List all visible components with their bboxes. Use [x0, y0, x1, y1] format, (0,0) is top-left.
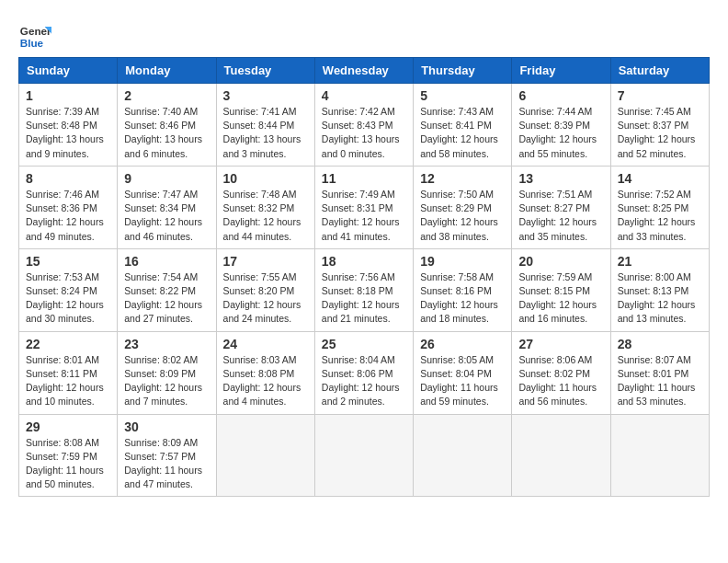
day-number: 10 — [223, 171, 308, 186]
day-number: 5 — [420, 88, 505, 103]
day-info: Sunrise: 7:39 AM Sunset: 8:48 PM Dayligh… — [26, 105, 110, 161]
calendar-cell: 28 Sunrise: 8:07 AM Sunset: 8:01 PM Dayl… — [610, 331, 709, 414]
calendar-week-row: 1 Sunrise: 7:39 AM Sunset: 8:48 PM Dayli… — [19, 84, 710, 167]
col-header-saturday: Saturday — [610, 58, 709, 84]
calendar-cell: 13 Sunrise: 7:51 AM Sunset: 8:27 PM Dayl… — [512, 166, 610, 248]
day-number: 18 — [322, 254, 406, 269]
day-info: Sunrise: 8:09 AM Sunset: 7:57 PM Dayligh… — [124, 436, 209, 492]
calendar-cell: 14 Sunrise: 7:52 AM Sunset: 8:25 PM Dayl… — [610, 166, 709, 248]
calendar-cell: 12 Sunrise: 7:50 AM Sunset: 8:29 PM Dayl… — [414, 166, 512, 248]
day-number: 7 — [618, 88, 702, 103]
calendar-cell: 23 Sunrise: 8:02 AM Sunset: 8:09 PM Dayl… — [118, 331, 216, 414]
day-info: Sunrise: 7:49 AM Sunset: 8:31 PM Dayligh… — [322, 188, 406, 244]
day-number: 2 — [124, 88, 209, 103]
day-info: Sunrise: 8:08 AM Sunset: 7:59 PM Dayligh… — [26, 436, 110, 492]
calendar-cell: 3 Sunrise: 7:41 AM Sunset: 8:44 PM Dayli… — [216, 84, 314, 167]
calendar-header-row: SundayMondayTuesdayWednesdayThursdayFrid… — [19, 58, 710, 84]
day-info: Sunrise: 7:50 AM Sunset: 8:29 PM Dayligh… — [420, 188, 505, 244]
day-info: Sunrise: 7:58 AM Sunset: 8:16 PM Dayligh… — [420, 270, 505, 327]
calendar-cell: 17 Sunrise: 7:55 AM Sunset: 8:20 PM Dayl… — [216, 248, 314, 331]
col-header-thursday: Thursday — [414, 58, 512, 84]
day-info: Sunrise: 7:42 AM Sunset: 8:43 PM Dayligh… — [322, 105, 406, 161]
day-info: Sunrise: 7:53 AM Sunset: 8:24 PM Dayligh… — [26, 270, 110, 327]
day-info: Sunrise: 7:54 AM Sunset: 8:22 PM Dayligh… — [124, 270, 209, 327]
day-number: 28 — [618, 337, 702, 351]
calendar-week-row: 8 Sunrise: 7:46 AM Sunset: 8:36 PM Dayli… — [19, 166, 710, 248]
day-number: 22 — [26, 337, 110, 351]
calendar-cell: 30 Sunrise: 8:09 AM Sunset: 7:57 PM Dayl… — [118, 414, 216, 497]
svg-text:General: General — [20, 25, 51, 37]
day-info: Sunrise: 8:01 AM Sunset: 8:11 PM Dayligh… — [26, 353, 110, 409]
logo-icon: General Blue — [18, 18, 51, 52]
calendar-cell: 8 Sunrise: 7:46 AM Sunset: 8:36 PM Dayli… — [19, 166, 118, 248]
day-number: 12 — [420, 171, 505, 186]
day-info: Sunrise: 7:46 AM Sunset: 8:36 PM Dayligh… — [26, 188, 110, 244]
day-info: Sunrise: 7:56 AM Sunset: 8:18 PM Dayligh… — [322, 270, 406, 327]
day-number: 15 — [26, 254, 110, 269]
day-info: Sunrise: 7:41 AM Sunset: 8:44 PM Dayligh… — [223, 105, 308, 161]
day-number: 23 — [124, 337, 209, 351]
day-number: 26 — [420, 337, 505, 351]
calendar-cell: 26 Sunrise: 8:05 AM Sunset: 8:04 PM Dayl… — [414, 331, 512, 414]
calendar-cell: 6 Sunrise: 7:44 AM Sunset: 8:39 PM Dayli… — [512, 84, 610, 167]
calendar-cell: 2 Sunrise: 7:40 AM Sunset: 8:46 PM Dayli… — [118, 84, 216, 167]
calendar-table: SundayMondayTuesdayWednesdayThursdayFrid… — [18, 57, 710, 497]
calendar-cell: 15 Sunrise: 7:53 AM Sunset: 8:24 PM Dayl… — [19, 248, 118, 331]
col-header-tuesday: Tuesday — [216, 58, 314, 84]
day-info: Sunrise: 7:51 AM Sunset: 8:27 PM Dayligh… — [518, 188, 603, 244]
day-info: Sunrise: 8:06 AM Sunset: 8:02 PM Dayligh… — [518, 353, 603, 409]
calendar-cell: 21 Sunrise: 8:00 AM Sunset: 8:13 PM Dayl… — [610, 248, 709, 331]
day-number: 24 — [223, 337, 308, 351]
calendar-cell: 7 Sunrise: 7:45 AM Sunset: 8:37 PM Dayli… — [610, 84, 709, 167]
day-number: 1 — [26, 88, 110, 103]
calendar-cell — [414, 414, 512, 497]
day-info: Sunrise: 7:47 AM Sunset: 8:34 PM Dayligh… — [124, 188, 209, 244]
day-info: Sunrise: 8:00 AM Sunset: 8:13 PM Dayligh… — [618, 270, 702, 327]
day-number: 16 — [124, 254, 209, 269]
calendar-cell: 24 Sunrise: 8:03 AM Sunset: 8:08 PM Dayl… — [216, 331, 314, 414]
calendar-cell: 22 Sunrise: 8:01 AM Sunset: 8:11 PM Dayl… — [19, 331, 118, 414]
day-info: Sunrise: 7:40 AM Sunset: 8:46 PM Dayligh… — [124, 105, 209, 161]
calendar-cell — [610, 414, 709, 497]
logo: General Blue — [18, 18, 55, 52]
day-number: 8 — [26, 171, 110, 186]
day-number: 17 — [223, 254, 308, 269]
day-info: Sunrise: 7:44 AM Sunset: 8:39 PM Dayligh… — [518, 105, 603, 161]
calendar-cell: 25 Sunrise: 8:04 AM Sunset: 8:06 PM Dayl… — [314, 331, 413, 414]
day-info: Sunrise: 8:05 AM Sunset: 8:04 PM Dayligh… — [420, 353, 505, 409]
day-info: Sunrise: 7:59 AM Sunset: 8:15 PM Dayligh… — [518, 270, 603, 327]
col-header-sunday: Sunday — [19, 58, 118, 84]
day-number: 20 — [518, 254, 603, 269]
day-info: Sunrise: 7:48 AM Sunset: 8:32 PM Dayligh… — [223, 188, 308, 244]
page-header: General Blue — [18, 18, 710, 52]
day-info: Sunrise: 7:52 AM Sunset: 8:25 PM Dayligh… — [618, 188, 702, 244]
col-header-friday: Friday — [512, 58, 610, 84]
calendar-cell: 20 Sunrise: 7:59 AM Sunset: 8:15 PM Dayl… — [512, 248, 610, 331]
calendar-cell: 16 Sunrise: 7:54 AM Sunset: 8:22 PM Dayl… — [118, 248, 216, 331]
calendar-cell — [314, 414, 413, 497]
calendar-cell: 27 Sunrise: 8:06 AM Sunset: 8:02 PM Dayl… — [512, 331, 610, 414]
day-number: 11 — [322, 171, 406, 186]
col-header-monday: Monday — [118, 58, 216, 84]
day-number: 3 — [223, 88, 308, 103]
day-number: 25 — [322, 337, 406, 351]
day-info: Sunrise: 8:03 AM Sunset: 8:08 PM Dayligh… — [223, 353, 308, 409]
calendar-cell: 1 Sunrise: 7:39 AM Sunset: 8:48 PM Dayli… — [19, 84, 118, 167]
day-info: Sunrise: 7:45 AM Sunset: 8:37 PM Dayligh… — [618, 105, 702, 161]
day-number: 6 — [518, 88, 603, 103]
day-info: Sunrise: 7:43 AM Sunset: 8:41 PM Dayligh… — [420, 105, 505, 161]
day-number: 19 — [420, 254, 505, 269]
day-number: 13 — [518, 171, 603, 186]
day-info: Sunrise: 8:07 AM Sunset: 8:01 PM Dayligh… — [618, 353, 702, 409]
calendar-cell: 4 Sunrise: 7:42 AM Sunset: 8:43 PM Dayli… — [314, 84, 413, 167]
calendar-cell: 18 Sunrise: 7:56 AM Sunset: 8:18 PM Dayl… — [314, 248, 413, 331]
calendar-cell: 9 Sunrise: 7:47 AM Sunset: 8:34 PM Dayli… — [118, 166, 216, 248]
calendar-cell: 19 Sunrise: 7:58 AM Sunset: 8:16 PM Dayl… — [414, 248, 512, 331]
calendar-cell — [216, 414, 314, 497]
calendar-cell: 10 Sunrise: 7:48 AM Sunset: 8:32 PM Dayl… — [216, 166, 314, 248]
day-number: 21 — [618, 254, 702, 269]
calendar-week-row: 15 Sunrise: 7:53 AM Sunset: 8:24 PM Dayl… — [19, 248, 710, 331]
calendar-week-row: 22 Sunrise: 8:01 AM Sunset: 8:11 PM Dayl… — [19, 331, 710, 414]
day-number: 30 — [124, 419, 209, 434]
calendar-cell: 5 Sunrise: 7:43 AM Sunset: 8:41 PM Dayli… — [414, 84, 512, 167]
